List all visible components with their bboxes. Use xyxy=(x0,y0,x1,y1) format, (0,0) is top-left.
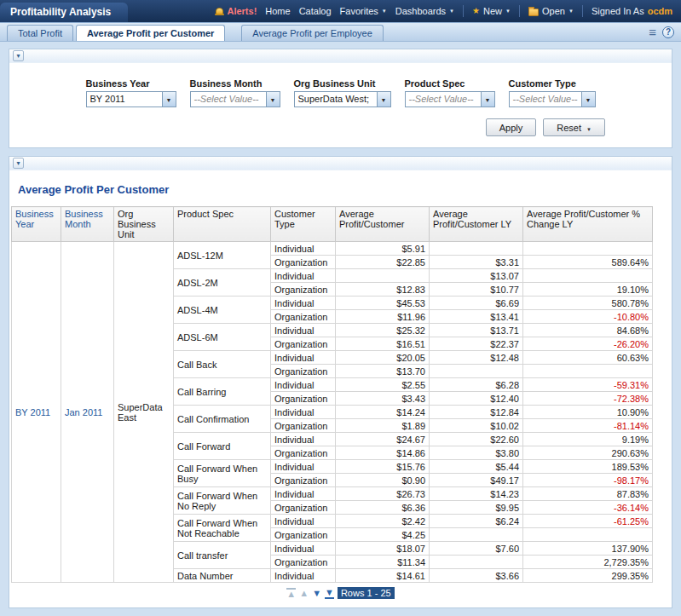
cell-customer-type: Individual xyxy=(271,324,336,337)
column-header-pct-change-ly[interactable]: Average Profit/Customer % Change LY xyxy=(523,207,653,242)
cell-customer-type: Individual xyxy=(271,378,336,392)
cell-pct-change: 589.64% xyxy=(523,256,653,269)
chevron-down-icon: ▼ xyxy=(166,97,172,103)
prompt-label: Business Month xyxy=(190,78,280,89)
cell-avg-profit-ly: $13.07 xyxy=(430,269,523,283)
new-star-icon: ★ xyxy=(472,7,480,15)
chevron-down-icon: ▼ xyxy=(586,127,592,132)
next-page-icon[interactable]: ▼ xyxy=(312,589,321,598)
nav-item-open[interactable]: Open ▼ xyxy=(528,6,574,16)
customer-type-select[interactable]: --Select Value-- ▼ xyxy=(509,91,596,107)
cell-pct-change xyxy=(523,242,653,256)
help-icon[interactable]: ? xyxy=(662,26,674,38)
cell-pct-change: -61.25% xyxy=(523,515,653,528)
cell-avg-profit-ly: $13.71 xyxy=(430,324,523,337)
cell-pct-change: 2,729.35% xyxy=(523,556,653,569)
last-page-icon[interactable]: ▼ xyxy=(325,588,334,599)
cell-avg-profit-ly: $6.28 xyxy=(430,378,523,392)
prompts-row: Business Year BY 2011 ▼ Business Month -… xyxy=(9,78,672,107)
collapse-prompts-button[interactable]: ▾ xyxy=(13,50,24,61)
nav-item-favorites[interactable]: Favorites ▼ xyxy=(340,6,387,16)
cell-avg-profit: $1.89 xyxy=(336,419,430,433)
previous-page-icon[interactable]: ▲ xyxy=(299,589,309,598)
cell-avg-profit-ly xyxy=(430,556,523,569)
cell-customer-type: Organization xyxy=(271,446,336,460)
cell-customer-type: Organization xyxy=(271,392,336,406)
cell-pct-change: 60.63% xyxy=(523,351,653,365)
table-row: BY 2011Jan 2011SuperData EastADSL-12MInd… xyxy=(12,242,653,256)
column-header-org-business-unit[interactable]: Org Business Unit xyxy=(114,207,174,242)
tab-total-profit[interactable]: Total Profit xyxy=(7,25,73,41)
prompts-panel-strip: ▾ xyxy=(9,49,672,63)
cell-avg-profit: $13.70 xyxy=(336,365,430,378)
cell-product-spec: ADSL-4M xyxy=(174,296,271,324)
nav-item-dashboards[interactable]: Dashboards ▼ xyxy=(395,6,454,16)
first-page-icon[interactable]: ▲ xyxy=(286,588,296,599)
cell-pct-change: 84.68% xyxy=(523,324,653,337)
chevron-down-icon: ▼ xyxy=(449,9,454,14)
product-spec-select[interactable]: --Select Value-- ▼ xyxy=(405,91,495,107)
reset-button[interactable]: Reset▼ xyxy=(543,118,605,136)
cell-avg-profit: $6.36 xyxy=(336,501,430,515)
column-header-business-month[interactable]: Business Month xyxy=(61,207,114,242)
cell-avg-profit-ly: $22.60 xyxy=(430,433,523,446)
column-header-business-year[interactable]: Business Year xyxy=(12,207,61,242)
nav-item-catalog[interactable]: Catalog xyxy=(299,6,332,16)
cell-pct-change: 580.78% xyxy=(523,296,653,310)
cell-product-spec: Call Forward When Not Reachable xyxy=(174,515,271,542)
cell-avg-profit: $14.24 xyxy=(336,406,430,419)
tab-average-profit-per-employee[interactable]: Average Profit per Employee xyxy=(241,25,383,41)
cell-customer-type: Individual xyxy=(271,242,336,256)
alerts-label: Alerts! xyxy=(227,6,257,16)
org-business-unit-select[interactable]: SuperData West; ▼ xyxy=(294,91,391,107)
column-header-avg-profit-ly[interactable]: Average Profit/Customer LY xyxy=(430,207,523,242)
cell-pct-change: -26.20% xyxy=(523,337,653,351)
prompt-buttons-row: Apply Reset▼ xyxy=(9,118,605,136)
column-header-customer-type[interactable]: Customer Type xyxy=(271,207,336,242)
cell-avg-profit: $14.61 xyxy=(336,569,430,583)
nav-item-home[interactable]: Home xyxy=(265,6,290,16)
dropdown-arrow: ▼ xyxy=(581,92,595,107)
apply-button[interactable]: Apply xyxy=(486,118,537,136)
dropdown-arrow: ▼ xyxy=(377,92,390,107)
report-panel-strip: ▾ xyxy=(9,157,672,170)
cell-customer-type: Individual xyxy=(271,406,336,419)
business-year-select[interactable]: BY 2011 ▼ xyxy=(86,91,176,107)
cell-customer-type: Organization xyxy=(271,365,336,378)
top-navbar: Profitability Analysis Alerts! Home Cata… xyxy=(0,0,681,23)
cell-pct-change: -81.14% xyxy=(523,419,653,433)
cell-avg-profit: $11.34 xyxy=(336,556,430,569)
column-header-product-spec[interactable]: Product Spec xyxy=(174,207,271,242)
cell-pct-change: 290.63% xyxy=(523,446,653,460)
cell-avg-profit: $24.67 xyxy=(336,433,430,446)
cell-pct-change: -72.38% xyxy=(523,392,653,406)
column-header-avg-profit[interactable]: Average Profit/Customer xyxy=(336,207,430,242)
prompt-label: Org Business Unit xyxy=(294,78,391,89)
cell-product-spec: Data Number xyxy=(174,569,271,583)
nav-item-new[interactable]: ★ New ▼ xyxy=(472,6,511,16)
page-options-icon[interactable]: ≡ xyxy=(649,26,656,38)
cell-customer-type: Individual xyxy=(271,351,336,365)
chevron-down-icon: ▼ xyxy=(568,9,574,14)
cell-avg-profit-ly xyxy=(430,528,523,542)
cell-avg-profit xyxy=(336,269,430,283)
pagination: ▲ ▲ ▼ ▼ Rows 1 - 25 xyxy=(9,587,672,599)
cell-avg-profit: $26.73 xyxy=(336,487,430,501)
cell-customer-type: Organization xyxy=(271,419,336,433)
cell-avg-profit: $15.76 xyxy=(336,460,430,474)
tab-average-profit-per-customer[interactable]: Average Profit per Customer xyxy=(76,25,225,41)
chevron-down-icon: ▼ xyxy=(586,97,592,103)
cell-pct-change: 137.90% xyxy=(523,542,653,556)
cell-org-business-unit: SuperData East xyxy=(114,242,174,583)
prompts-panel: ▾ Business Year BY 2011 ▼ Business Month… xyxy=(9,49,672,148)
collapse-report-button[interactable]: ▾ xyxy=(13,158,24,169)
business-month-select[interactable]: --Select Value-- ▼ xyxy=(190,91,280,107)
prompt-product-spec: Product Spec --Select Value-- ▼ xyxy=(405,78,495,107)
cell-customer-type: Organization xyxy=(271,528,336,542)
cell-avg-profit-ly xyxy=(430,242,523,256)
cell-avg-profit-ly: $6.24 xyxy=(430,515,523,528)
cell-pct-change: -10.80% xyxy=(523,310,653,324)
cell-product-spec: ADSL-6M xyxy=(174,324,271,351)
cell-customer-type: Organization xyxy=(271,256,336,269)
alerts-link[interactable]: Alerts! xyxy=(216,6,257,16)
